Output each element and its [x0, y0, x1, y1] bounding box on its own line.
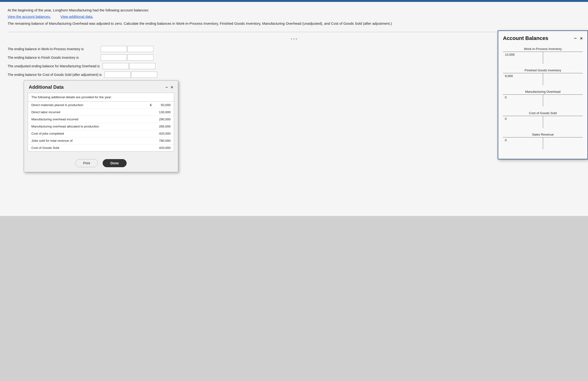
description-text: The remaining balance of Manufacturing O… [8, 21, 580, 26]
row-label-2: Direct labor incurred [31, 110, 147, 114]
ledger-moh-credit [543, 95, 583, 107]
additional-close-button[interactable]: × [170, 85, 173, 90]
ledger-cogs: Cost of Goods Sold 0 [503, 111, 583, 128]
row-value-4: 285,000 [152, 125, 170, 128]
ledger-sr: Sales Revenue 0 [503, 133, 583, 149]
row-value-2: 130,000 [152, 110, 170, 114]
ledger-fgi-body: 9,000 [503, 73, 583, 85]
answer-input-3b[interactable] [129, 63, 155, 69]
row-value-3: 290,000 [152, 117, 170, 121]
account-modal-header: Account Balances − × [498, 31, 588, 45]
row-label-1: Direct materials placed in production [31, 103, 147, 107]
ledger-cogs-debit: 0 [503, 116, 543, 128]
account-minimize-button[interactable]: − [574, 36, 577, 41]
ledger-moh-name: Manufacturing Overhead [503, 90, 583, 95]
top-bar [0, 0, 588, 2]
ledger-sr-body: 0 [503, 137, 583, 149]
answer-input-2a[interactable] [101, 54, 127, 61]
row-value-5: 420,000 [152, 132, 170, 135]
ledger-cogs-body: 0 [503, 116, 583, 128]
account-close-button[interactable]: × [580, 36, 583, 41]
account-modal-title: Account Balances [503, 35, 548, 41]
ellipsis: • • • [8, 37, 580, 41]
row-label-3: Manufacturing overhead incurred [31, 117, 147, 121]
ledger-wip: Work-in-Process Inventory 13,000 [503, 47, 583, 64]
row-value-7: 420,000 [152, 146, 170, 150]
answer-label-4: The ending balance for Cost of Goods Sol… [8, 73, 102, 77]
ledger-cogs-name: Cost of Goods Sold [503, 111, 583, 116]
answer-input-4b[interactable] [131, 72, 157, 78]
answer-row-3: The unadjusted ending balance for Manufa… [8, 63, 580, 69]
ledger-sr-name: Sales Revenue [503, 133, 583, 137]
account-body: Work-in-Process Inventory 13,000 Finishe… [498, 45, 588, 159]
ledger-moh-debit: 0 [503, 95, 543, 107]
links-row: View the account balances. View addition… [8, 15, 580, 19]
view-additional-data-link[interactable]: View additional data. [60, 15, 93, 19]
input-pair-3 [103, 63, 155, 69]
additional-data-table: The following additional details are pro… [28, 93, 174, 152]
account-balances-modal: Account Balances − × Work-in-Process Inv… [498, 30, 588, 159]
answer-row-4: The ending balance for Cost of Goods Sol… [8, 72, 580, 78]
row-label-6: Jobs sold for total revenue of [31, 139, 147, 142]
row-value-1: 50,000 [152, 103, 170, 107]
table-row: Cost of jobs completed 420,000 [28, 130, 174, 137]
ledger-sr-credit [543, 137, 583, 149]
table-row: Direct labor incurred 130,000 [28, 109, 174, 116]
ledger-fgi-debit: 9,000 [503, 73, 543, 85]
ledger-fgi-name: Finished Goods Inventory [503, 68, 583, 73]
table-row: Cost of Goods Sold 420,000 [28, 144, 174, 151]
row-value-6: 780,000 [152, 139, 170, 142]
additional-modal-title: Additional Data [29, 84, 64, 90]
account-modal-controls: − × [574, 36, 583, 41]
row-dollar-1: $ [147, 103, 152, 107]
view-account-balances-link[interactable]: View the account balances. [8, 15, 51, 19]
ledger-moh-body: 0 [503, 95, 583, 107]
table-row: Manufacturing overhead incurred 290,000 [28, 116, 174, 123]
ledger-moh: Manufacturing Overhead 0 [503, 90, 583, 107]
ledger-wip-name: Work-in-Process Inventory [503, 47, 583, 52]
divider [8, 32, 580, 32]
answer-input-3a[interactable] [103, 63, 129, 69]
input-pair-1 [101, 46, 153, 52]
answer-input-4a[interactable] [105, 72, 131, 78]
answer-label-3: The unadjusted ending balance for Manufa… [8, 64, 100, 68]
additional-modal-controls: − × [165, 85, 173, 90]
additional-modal-footer: Print Done [24, 155, 178, 172]
row-label-7: Cost of Goods Sold [31, 146, 147, 150]
table-row: Manufacturing overhead allocated to prod… [28, 123, 174, 130]
table-row: Jobs sold for total revenue of 780,000 [28, 137, 174, 144]
ledger-wip-body: 13,000 [503, 52, 583, 64]
answer-label-1: The ending balance in Work-in-Process In… [8, 47, 98, 51]
ledger-fgi-credit [543, 73, 583, 85]
ledger-cogs-credit [543, 116, 583, 128]
row-label-5: Cost of jobs completed [31, 132, 147, 135]
ledger-wip-debit: 13,000 [503, 52, 543, 64]
ledger-wip-credit [543, 52, 583, 64]
main-content: At the beginning of the year, Longhorn M… [0, 2, 588, 216]
ledger-sr-debit: 0 [503, 137, 543, 149]
additional-modal-header: Additional Data − × [24, 81, 178, 93]
additional-data-modal: Additional Data − × The following additi… [24, 80, 178, 172]
additional-table-header: The following additional details are pro… [28, 93, 174, 102]
answer-row-1: The ending balance in Work-in-Process In… [8, 46, 580, 52]
input-pair-2 [101, 54, 153, 61]
answer-label-2: The ending balance in Finish Goods Inven… [8, 56, 98, 59]
print-button[interactable]: Print [75, 159, 98, 167]
input-pair-4 [105, 72, 157, 78]
row-label-4: Manufacturing overhead allocated to prod… [31, 125, 147, 128]
intro-line1: At the beginning of the year, Longhorn M… [8, 8, 580, 13]
ledger-fgi: Finished Goods Inventory 9,000 [503, 68, 583, 85]
done-button[interactable]: Done [103, 159, 127, 167]
additional-minimize-button[interactable]: − [165, 85, 168, 90]
answer-input-1a[interactable] [101, 46, 127, 52]
answer-input-2b[interactable] [127, 54, 153, 61]
answer-row-2: The ending balance in Finish Goods Inven… [8, 54, 580, 61]
table-row: Direct materials placed in production $ … [28, 102, 174, 109]
answer-input-1b[interactable] [127, 46, 153, 52]
answer-section: The ending balance in Work-in-Process In… [8, 46, 580, 78]
